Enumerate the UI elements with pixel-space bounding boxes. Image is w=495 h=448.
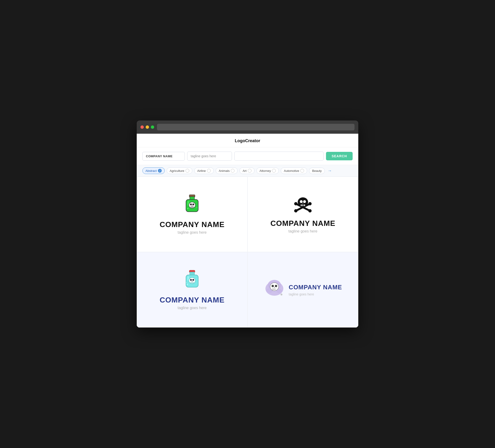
- category-chip-airline[interactable]: Airline: [194, 168, 214, 174]
- tagline-input[interactable]: [187, 152, 232, 161]
- svg-rect-34: [193, 282, 194, 283]
- check-icon: [300, 169, 304, 173]
- category-label: Automotive: [284, 169, 299, 173]
- category-chip-art[interactable]: Art: [239, 168, 255, 174]
- svg-point-14: [294, 209, 298, 212]
- svg-point-16: [294, 202, 298, 205]
- window-buttons: [140, 126, 154, 129]
- category-label: Airline: [197, 169, 206, 173]
- svg-point-19: [300, 200, 303, 203]
- svg-rect-9: [193, 207, 194, 208]
- category-label: Animals: [219, 169, 230, 173]
- app-title: LogoCreator: [235, 139, 260, 143]
- logo-icon-2: [292, 196, 314, 215]
- minimize-button[interactable]: [146, 126, 149, 129]
- svg-point-5: [190, 203, 192, 205]
- svg-rect-26: [190, 272, 194, 275]
- category-label: Attorney: [260, 169, 271, 173]
- check-icon: [272, 169, 276, 173]
- svg-point-30: [190, 279, 192, 281]
- svg-point-11: [196, 207, 197, 208]
- search-bar: SEARCH: [137, 147, 358, 165]
- category-label: Abstract: [145, 169, 157, 173]
- svg-rect-23: [302, 204, 303, 206]
- svg-point-42: [272, 285, 274, 287]
- category-chip-attorney[interactable]: Attorney: [256, 168, 279, 174]
- browser-window: LogoCreator SEARCH Abstract ✓ Agricultur…: [137, 121, 358, 327]
- app-body: LogoCreator SEARCH Abstract ✓ Agricultur…: [137, 134, 358, 327]
- logo-company-name-2: COMPANY NAME: [270, 219, 335, 228]
- logo-company-name-3: COMPANY NAME: [160, 296, 225, 304]
- logo-company-name-1: COMPANY NAME: [160, 220, 225, 229]
- svg-point-35: [187, 284, 188, 285]
- logo-card-4-inner: COMPANY NAME tagline goes here: [264, 277, 342, 303]
- svg-rect-46: [275, 289, 275, 290]
- svg-point-31: [192, 279, 194, 281]
- svg-rect-1: [190, 197, 194, 199]
- browser-chrome: [137, 121, 358, 134]
- logo-tagline-2: tagline goes here: [289, 229, 317, 233]
- extra-search-input[interactable]: [234, 152, 324, 161]
- app-header: LogoCreator: [137, 134, 358, 147]
- svg-point-43: [275, 285, 277, 287]
- category-chip-abstract[interactable]: Abstract ✓: [142, 168, 165, 174]
- logo-company-name-4: COMPANY NAME: [289, 284, 342, 291]
- logo-tagline-1: tagline goes here: [178, 230, 207, 235]
- logo-card-1[interactable]: COMPANY NAME tagline goes here: [137, 177, 248, 252]
- svg-point-36: [186, 282, 187, 283]
- svg-point-6: [192, 203, 194, 205]
- category-chip-agriculture[interactable]: Agriculture: [167, 168, 192, 174]
- next-arrow[interactable]: →: [328, 168, 332, 173]
- logo-icon-1: [183, 194, 202, 216]
- logo-card-3[interactable]: COMPANY NAME tagline goes here: [137, 252, 248, 327]
- logo-grid: COMPANY NAME tagline goes here: [137, 177, 358, 327]
- check-icon: [207, 169, 211, 173]
- svg-rect-32: [191, 282, 192, 283]
- svg-rect-33: [192, 282, 192, 283]
- svg-point-15: [308, 209, 312, 212]
- svg-point-47: [280, 294, 282, 295]
- search-button[interactable]: SEARCH: [326, 152, 353, 160]
- category-bar: Abstract ✓ Agriculture Airline Animals A…: [137, 165, 358, 177]
- svg-point-10: [187, 208, 189, 209]
- check-icon: [248, 169, 251, 173]
- category-chip-animals[interactable]: Animals: [216, 168, 238, 174]
- address-bar: [157, 124, 355, 130]
- category-chip-beauty[interactable]: Beauty: [309, 168, 325, 174]
- svg-point-20: [303, 200, 306, 203]
- logo-card-2[interactable]: COMPANY NAME tagline goes here: [248, 177, 358, 252]
- check-icon: [186, 169, 189, 173]
- svg-point-17: [308, 202, 312, 205]
- category-label: Agriculture: [170, 169, 184, 173]
- svg-rect-44: [272, 289, 273, 290]
- category-label: Art: [243, 169, 247, 173]
- maximize-button[interactable]: [151, 126, 154, 129]
- company-name-input[interactable]: [142, 152, 185, 161]
- check-icon: [231, 169, 234, 173]
- category-label: Beauty: [312, 169, 321, 173]
- logo-tagline-4: tagline goes here: [289, 292, 342, 296]
- svg-rect-8: [192, 207, 192, 208]
- logo-card-4-text: COMPANY NAME tagline goes here: [289, 284, 342, 296]
- category-chip-automotive[interactable]: Automotive: [281, 168, 307, 174]
- logo-icon-3: [183, 270, 202, 292]
- svg-rect-45: [274, 289, 274, 290]
- logo-tagline-3: tagline goes here: [178, 306, 207, 310]
- svg-rect-22: [301, 204, 302, 206]
- logo-icon-4: [264, 277, 285, 299]
- svg-rect-24: [304, 204, 305, 206]
- close-button[interactable]: [140, 126, 144, 129]
- check-icon: ✓: [158, 169, 162, 173]
- svg-rect-7: [191, 207, 192, 208]
- logo-card-4[interactable]: COMPANY NAME tagline goes here: [248, 252, 358, 327]
